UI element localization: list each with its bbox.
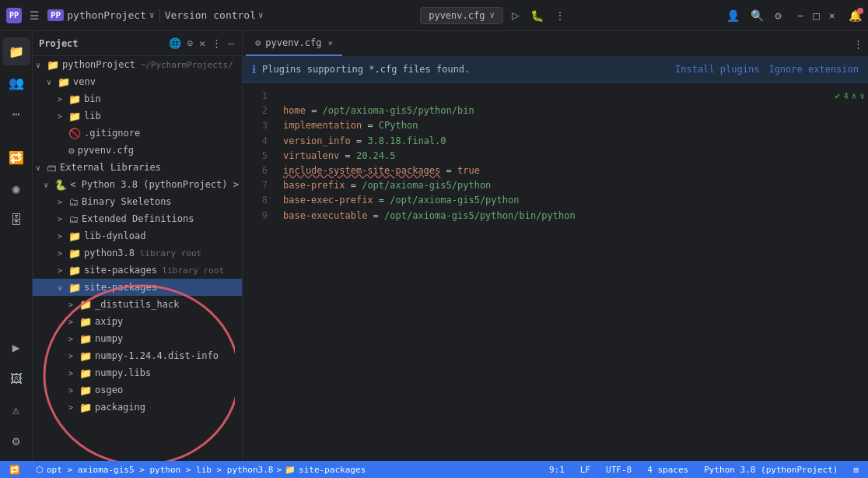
statusbar-encoding[interactable]: UTF-8 — [603, 465, 635, 475]
tree-label: bin — [84, 93, 101, 104]
tree-item-lib[interactable]: > 📁 lib — [33, 107, 242, 125]
check-count: 4 — [843, 90, 849, 104]
tree-label: packaging — [95, 402, 145, 413]
arrow-icon: > — [68, 369, 79, 378]
file-tree: ∨ 📁 pythonProject ~/PycharmProjects/ ∨ 📁… — [33, 56, 242, 461]
tree-item-pythonproject[interactable]: ∨ 📁 pythonProject ~/PycharmProjects/ — [33, 56, 242, 73]
settings-icon[interactable]: ⚙ — [772, 7, 783, 24]
breadcrumb-current: site-packages — [299, 465, 366, 475]
sidebar-item-settings[interactable]: ⚙ — [2, 427, 30, 455]
line-num-2: 2 — [246, 104, 268, 118]
debug-button[interactable]: 🐛 — [528, 7, 546, 24]
sidebar-item-bookmarks[interactable]: 👥 — [2, 69, 30, 97]
sidebar-item-more[interactable]: ⋯ — [2, 100, 30, 128]
tree-label: _distutils_hack — [95, 299, 179, 310]
arrow-icon: > — [58, 112, 68, 121]
ext-lib-icon: 🗃 — [47, 162, 57, 174]
current-file-button[interactable]: pyvenv.cfg ∨ — [420, 7, 503, 24]
panel-icon-globe[interactable]: 🌐 — [167, 36, 183, 51]
sidebar-item-play[interactable]: ▶ — [2, 333, 30, 361]
sidebar-item-run[interactable]: ◉ — [2, 174, 30, 202]
tree-item-venv[interactable]: ∨ 📁 venv — [33, 73, 242, 90]
code-line-8: base-executable = /opt/axioma-gis5/pytho… — [283, 210, 576, 221]
arrow-icon: ∨ — [36, 163, 47, 172]
maximize-button[interactable]: □ — [810, 7, 821, 24]
cfg-icon: ⚙ — [68, 145, 75, 156]
tab-pyvenv-cfg[interactable]: ⚙ pyvenv.cfg × — [246, 31, 342, 56]
tree-label: site-packages — [84, 282, 157, 293]
arrow-icon: > — [58, 215, 68, 223]
statusbar-line-ending[interactable]: LF — [577, 465, 593, 475]
tree-item-site-packages[interactable]: ∨ 📁 site-packages — [33, 279, 242, 296]
editor-more-icon[interactable]: ⋮ — [852, 37, 865, 51]
tree-item-ext-libs[interactable]: ∨ 🗃 External Libraries — [33, 159, 242, 176]
breadcrumb: opt > axioma-gis5 > python > lib > pytho… — [47, 465, 273, 475]
path-sep: ⬡ — [36, 465, 44, 475]
tree-item-bin[interactable]: > 📁 bin — [33, 90, 242, 107]
tree-label-path: ~/PycharmProjects/ — [135, 60, 233, 70]
statusbar-path[interactable]: ⬡ opt > axioma-gis5 > python > lib > pyt… — [33, 465, 369, 475]
panel-icon-more[interactable]: ⋮ — [210, 36, 223, 51]
titlebar-actions: 👤 🔍 ⚙ — [724, 7, 783, 24]
sidebar-item-project[interactable]: 📁 — [2, 37, 30, 65]
tab-close-button[interactable]: × — [327, 38, 333, 48]
tree-item-ext-defs[interactable]: > 🗂 Extended Definitions — [33, 210, 242, 227]
statusbar-position[interactable]: 9:1 — [546, 465, 568, 475]
minimize-button[interactable]: − — [795, 7, 806, 24]
panel-icon-close[interactable]: ✕ — [198, 36, 207, 51]
folder-icon: 📁 — [68, 93, 81, 105]
check-indicator[interactable]: ✔ 4 ∧ ∨ — [835, 89, 866, 104]
more-actions-button[interactable]: ⋮ — [552, 7, 568, 24]
tree-item-binary-skeletons[interactable]: > 🗂 Binary Skeletons — [33, 193, 242, 210]
panel-icon-locate[interactable]: ⊙ — [186, 36, 195, 51]
code-content[interactable]: home = /opt/axioma-gis5/python/bin imple… — [274, 83, 821, 461]
tree-item-distutils[interactable]: > 📁 _distutils_hack — [33, 296, 242, 313]
close-button[interactable]: × — [827, 7, 838, 24]
version-control-menu[interactable]: Version control ∨ — [165, 9, 264, 21]
tree-item-python38-lib[interactable]: > 📁 python3.8 library root — [33, 244, 242, 262]
folder-icon: 📁 — [68, 282, 81, 293]
statusbar-indent[interactable]: 4 spaces — [644, 465, 691, 475]
notifications[interactable]: 🔔 — [849, 9, 862, 22]
statusbar-interpreter[interactable]: Python 3.8 (pythonProject) — [701, 465, 841, 475]
tree-label: osgeo — [95, 385, 123, 395]
ignore-extension-link[interactable]: Ignore extension — [768, 64, 859, 75]
check-up-arrow[interactable]: ∧ — [852, 90, 857, 104]
sidebar-item-database[interactable]: 🗄 — [2, 206, 30, 234]
search-icon[interactable]: 🔍 — [748, 7, 766, 24]
folder-icon: 📁 — [79, 367, 92, 379]
folder-icon: 📁 — [79, 333, 92, 345]
profile-icon[interactable]: 👤 — [724, 7, 742, 24]
sidebar-item-problems[interactable]: ⚠ — [2, 395, 30, 424]
arrow-icon: > — [58, 249, 68, 258]
tree-item-packaging[interactable]: > 📁 packaging — [33, 399, 242, 416]
tree-item-osgeo[interactable]: > 📁 osgeo — [33, 381, 242, 399]
tree-item-site-packages-root[interactable]: > 📁 site-packages library root — [33, 262, 242, 279]
project-name-label: pythonProject — [67, 9, 146, 21]
sidebar-item-ui[interactable]: 🖼 — [2, 364, 30, 392]
tree-item-lib-dynload[interactable]: > 📁 lib-dynload — [33, 227, 242, 244]
statusbar-git[interactable]: 🔁 — [6, 465, 23, 475]
tree-item-python38[interactable]: ∨ 🐍 < Python 3.8 (pythonProject) > — [33, 176, 242, 193]
tree-label: numpy — [95, 333, 123, 344]
project-name[interactable]: PP pythonProject ∨ — [47, 9, 155, 21]
menu-icon[interactable]: ☰ — [26, 6, 43, 25]
code-line-3: version_info = 3.8.18.final.0 — [283, 135, 446, 146]
statusbar-expand[interactable]: ⊞ — [850, 465, 862, 475]
install-plugins-link[interactable]: Install plugins — [675, 64, 759, 75]
tree-item-gitignore[interactable]: > 🚫 .gitignore — [33, 125, 242, 142]
cursor-position: 9:1 — [549, 465, 565, 475]
line-num-7: 7 — [246, 178, 268, 193]
panel-icon-minimize[interactable]: — — [226, 36, 236, 51]
tree-label: python3.8 — [84, 248, 135, 258]
line-numbers: 1 2 3 4 5 6 7 8 9 — [243, 83, 274, 461]
run-button[interactable]: ▷ — [509, 5, 522, 25]
tree-item-numpy-dist[interactable]: > 📁 numpy-1.24.4.dist-info — [33, 347, 242, 364]
tree-item-numpy-libs[interactable]: > 📁 numpy.libs — [33, 364, 242, 381]
sidebar-item-git[interactable]: 🔁 — [2, 143, 30, 171]
file-panel: Project 🌐 ⊙ ✕ ⋮ — ∨ 📁 pythonProject ~/Py… — [33, 31, 243, 461]
check-down-arrow[interactable]: ∨ — [859, 90, 865, 104]
tree-item-axipy[interactable]: > 📁 axipy — [33, 313, 242, 330]
tree-item-numpy[interactable]: > 📁 numpy — [33, 330, 242, 347]
tree-item-pyvenv[interactable]: > ⚙ pyvenv.cfg — [33, 142, 242, 159]
